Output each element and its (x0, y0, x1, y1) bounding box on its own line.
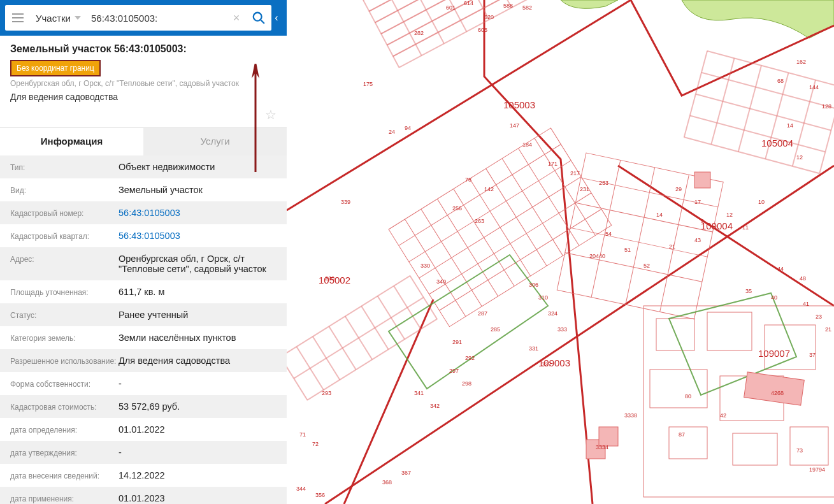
svg-text:330: 330 (421, 263, 430, 269)
svg-rect-62 (744, 372, 805, 405)
clear-button[interactable]: × (227, 11, 246, 25)
object-title: Земельный участок 56:43:0105003: (10, 43, 187, 55)
svg-text:87: 87 (679, 431, 685, 438)
svg-text:588: 588 (503, 3, 513, 9)
svg-text:12: 12 (796, 154, 803, 161)
svg-text:35: 35 (745, 288, 752, 294)
search-input[interactable] (86, 13, 227, 24)
info-row: Кадастровый квартал:56:43:0105003 (0, 224, 287, 247)
svg-text:298: 298 (462, 380, 471, 387)
info-label: дата применения: (10, 493, 119, 503)
svg-text:162: 162 (796, 59, 806, 65)
close-icon: × (233, 11, 240, 24)
svg-text:256: 256 (452, 205, 462, 212)
svg-text:263: 263 (475, 218, 484, 224)
info-value[interactable]: 56:43:0105003 (119, 208, 277, 218)
no-coordinates-badge: Без координат границ (10, 60, 101, 76)
info-row: Статус:Ранее учтенный (0, 303, 287, 326)
collapse-sidebar-button[interactable]: ‹ (271, 5, 282, 31)
svg-line-24 (486, 169, 547, 266)
svg-text:128: 128 (822, 103, 831, 110)
info-table: Тип:Объект недвижимостиВид:Земельный уча… (0, 155, 287, 504)
category-label: Участки (36, 13, 71, 24)
svg-text:3334: 3334 (596, 444, 608, 450)
category-select[interactable]: Участки (31, 13, 86, 24)
info-value: Объект недвижимости (119, 162, 277, 172)
info-label: Тип: (10, 162, 119, 172)
info-row: дата внесения сведений:14.12.2022 (0, 464, 287, 487)
svg-rect-53 (790, 427, 828, 465)
sidebar: Участки × ‹ (0, 0, 287, 504)
svg-line-35 (378, 296, 405, 340)
info-value: 01.01.2022 (119, 424, 277, 435)
svg-text:342: 342 (430, 403, 440, 409)
map-canvas[interactable]: 105003 105002 105004 109004 109003 10900… (287, 0, 834, 504)
svg-text:68: 68 (777, 78, 784, 84)
svg-line-59 (738, 66, 761, 152)
info-row: Кадастровая стоимость:53 572,69 руб. (0, 395, 287, 418)
cadastral-map: 105003 105002 105004 109004 109003 10900… (287, 0, 834, 504)
svg-line-34 (361, 306, 388, 350)
svg-line-25 (502, 159, 563, 256)
svg-rect-52 (733, 433, 777, 465)
svg-text:367: 367 (401, 470, 411, 476)
info-value[interactable]: 56:43:0105003 (119, 231, 277, 241)
svg-text:147: 147 (510, 122, 519, 129)
info-label: Категория земель: (10, 333, 119, 343)
svg-rect-54 (684, 51, 834, 173)
info-label: дата внесения сведений: (10, 470, 119, 480)
svg-text:52: 52 (643, 263, 650, 269)
search-icon (252, 11, 266, 25)
object-usage: Для ведения садоводства (10, 92, 277, 102)
tabs: Информация Услуги (0, 127, 287, 155)
info-row: Кадастровый номер:56:43:0105003 (0, 201, 287, 224)
info-value: - (119, 447, 277, 457)
svg-line-57 (690, 115, 826, 152)
search-bar: Участки × ‹ (0, 0, 287, 36)
svg-text:285: 285 (491, 326, 500, 333)
svg-text:73: 73 (796, 447, 803, 454)
svg-line-32 (329, 326, 356, 370)
menu-button[interactable] (5, 13, 31, 22)
svg-text:144: 144 (809, 84, 819, 90)
tab-information[interactable]: Информация (0, 128, 143, 155)
info-value: - (119, 378, 277, 389)
svg-text:171: 171 (548, 161, 557, 167)
info-label: Разрешенное использование: (10, 356, 119, 366)
svg-text:605: 605 (478, 27, 487, 33)
svg-line-61 (793, 80, 816, 166)
svg-text:217: 217 (570, 170, 580, 176)
svg-text:620: 620 (484, 14, 494, 20)
svg-text:184: 184 (522, 141, 532, 148)
svg-rect-63 (694, 172, 710, 188)
favorite-button[interactable]: ☆ (265, 108, 277, 122)
info-label: Форма собственности: (10, 378, 119, 389)
svg-text:42: 42 (720, 412, 726, 419)
svg-text:71: 71 (299, 431, 306, 438)
svg-text:287: 287 (478, 310, 487, 317)
info-row: Площадь уточненная:611,7 кв. м (0, 280, 287, 303)
svg-text:260: 260 (325, 275, 334, 282)
info-row: дата применения:01.01.2023 (0, 487, 287, 504)
svg-text:344: 344 (296, 486, 306, 492)
info-value: Ранее учтенный (119, 310, 277, 320)
info-row: Форма собственности:- (0, 372, 287, 395)
svg-line-55 (701, 73, 834, 109)
info-row: дата определения:01.01.2022 (0, 418, 287, 441)
svg-text:51: 51 (624, 247, 631, 253)
svg-text:48: 48 (800, 275, 806, 282)
svg-text:282: 282 (414, 30, 424, 36)
svg-text:306: 306 (529, 282, 538, 288)
svg-rect-2 (363, 0, 515, 11)
svg-text:368: 368 (382, 479, 392, 486)
block-label: 105003 (503, 99, 535, 110)
svg-line-33 (345, 316, 372, 359)
info-label: Статус: (10, 310, 119, 320)
svg-rect-51 (669, 427, 707, 459)
svg-line-30 (296, 347, 323, 390)
search-button[interactable] (246, 11, 271, 25)
info-value: 53 572,69 руб. (119, 401, 277, 412)
svg-line-9 (408, 0, 444, 43)
svg-text:29: 29 (675, 186, 682, 192)
tab-services[interactable]: Услуги (143, 128, 287, 155)
